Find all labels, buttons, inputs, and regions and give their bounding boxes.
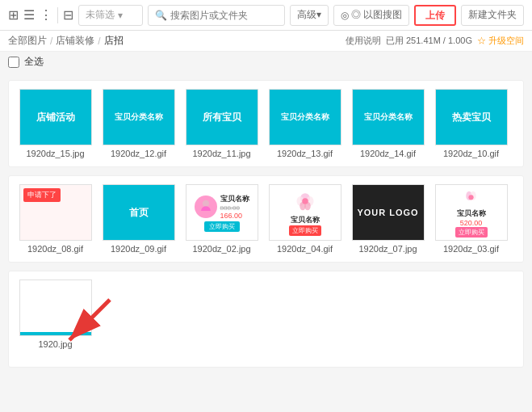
breadcrumb-sep-1: / <box>50 36 52 47</box>
list-item[interactable]: 申请下了 1920dz_08.gif <box>17 184 94 254</box>
svg-point-6 <box>302 198 308 204</box>
breadcrumb: 全部图片 / 店铺装修 / 店招 <box>8 34 124 48</box>
camera-icon: ◎ <box>341 10 349 21</box>
file-name: 1920dz_08.gif <box>19 244 92 254</box>
sort-icon[interactable]: ⊟ <box>63 7 73 23</box>
new-folder-btn[interactable]: 新建文件夹 <box>461 5 524 26</box>
list-item[interactable]: 热卖宝贝 1920dz_10.gif <box>433 89 509 158</box>
svg-point-9 <box>468 195 473 200</box>
list-item[interactable]: 宝贝名称 888.00 166.00 立即购买 1920dz_02.jpg <box>183 184 260 254</box>
upgrade-btn[interactable]: ☆ 升级空间 <box>477 35 524 47</box>
list-item[interactable]: 宝贝名称 立即购买 1920dz_04.gif <box>266 184 343 254</box>
list-item[interactable]: 所有宝贝 1920dz_11.jpg <box>183 89 260 158</box>
list-item[interactable]: 店铺活动 1920dz_15.jpg <box>17 89 94 158</box>
file-grid-row-2: 申请下了 1920dz_08.gif 首页 1920dz_09.gif 宝贝名称 <box>8 175 524 263</box>
advanced-btn[interactable]: 高级▾ <box>290 5 329 26</box>
selection-bar: 全选 <box>0 52 532 72</box>
file-name: 1920dz_03.gif <box>435 244 508 254</box>
svg-point-0 <box>202 200 208 206</box>
list-item[interactable]: 宝贝分类名称 1920dz_14.gif <box>350 89 426 158</box>
select-all-label: 全选 <box>24 55 44 69</box>
divider-1 <box>57 7 58 23</box>
file-name: 1920dz_07.jpg <box>352 244 425 254</box>
toolbar: ⊞ ☰ ⋮ ⊟ 未筛选 ▾ 🔍 高级▾ ◎ ◎ 以图搜图 上传 新建文件夹 <box>0 0 532 31</box>
upload-btn[interactable]: 上传 <box>414 5 456 26</box>
list-item[interactable]: 宝贝分类名称 1920dz_12.gif <box>100 89 177 158</box>
search-by-image-btn[interactable]: ◎ ◎ 以图搜图 <box>333 5 409 26</box>
list-item[interactable]: YOUR LOGO 1920dz_07.jpg <box>350 184 426 254</box>
filter-dropdown[interactable]: 未筛选 ▾ <box>78 5 143 26</box>
usage-label: 使用说明 <box>346 35 381 47</box>
file-name: 1920dz_04.gif <box>269 244 341 254</box>
storage-info: 使用说明 已用 251.41M / 1.00G ☆ 升级空间 <box>346 35 524 47</box>
file-grid-row-1: 店铺活动 1920dz_15.jpg 宝贝分类名称 1920dz_12.gif … <box>8 80 524 167</box>
select-all-checkbox[interactable] <box>8 57 19 68</box>
breadcrumb-store-decor[interactable]: 店铺装修 <box>56 34 94 48</box>
svg-line-11 <box>69 300 110 340</box>
list-item[interactable]: 宝贝名称 520.00 立即购买 1920dz_03.gif <box>433 184 509 254</box>
breadcrumb-sep-2: / <box>98 36 100 47</box>
file-name: 1920dz_11.jpg <box>186 149 258 158</box>
file-grid: 店铺活动 1920dz_15.jpg 宝贝分类名称 1920dz_12.gif … <box>0 72 532 376</box>
file-grid-row-3: 1920.jpg <box>8 271 524 368</box>
search-input[interactable] <box>170 10 278 21</box>
file-name: 1920dz_12.gif <box>103 149 175 158</box>
list-icon[interactable]: ☰ <box>23 7 35 23</box>
search-box: 🔍 <box>148 5 285 26</box>
breadcrumb-bar: 全部图片 / 店铺装修 / 店招 使用说明 已用 251.41M / 1.00G… <box>0 31 532 52</box>
file-name: 1920dz_14.gif <box>352 149 425 158</box>
breadcrumb-current: 店招 <box>104 34 124 48</box>
dots-icon[interactable]: ⋮ <box>40 7 52 23</box>
usage-value: 已用 251.41M / 1.00G <box>386 35 472 47</box>
chevron-down-icon: ▾ <box>118 10 123 21</box>
file-name: 1920dz_15.jpg <box>19 149 92 158</box>
search-icon: 🔍 <box>155 10 167 21</box>
file-name: 1920dz_13.gif <box>269 149 341 158</box>
file-name: 1920dz_09.gif <box>103 244 175 254</box>
grid-icon[interactable]: ⊞ <box>8 7 19 23</box>
arrow-indicator <box>57 296 114 355</box>
new-tag: 申请下了 <box>23 188 61 202</box>
file-name: 1920dz_02.jpg <box>186 244 258 254</box>
list-item[interactable]: 首页 1920dz_09.gif <box>100 184 177 254</box>
file-name: 1920dz_10.gif <box>435 149 508 158</box>
list-item[interactable]: 宝贝分类名称 1920dz_13.gif <box>266 89 343 158</box>
breadcrumb-all-images[interactable]: 全部图片 <box>8 34 47 48</box>
